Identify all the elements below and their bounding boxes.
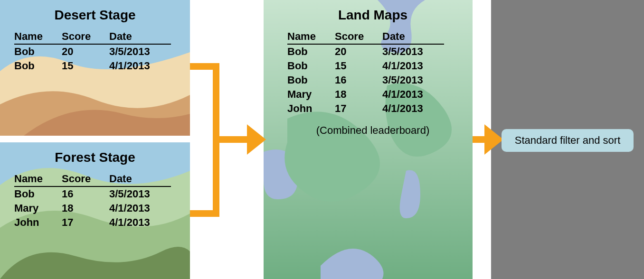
landmaps-th-name: Name [287,29,335,44]
filter-sort-badge: Standard filter and sort [502,129,634,152]
forest-th-date: Date [109,172,171,186]
cell-score: 17 [335,102,382,116]
cell-score: 15 [335,59,382,73]
cell-name: Bob [287,44,335,59]
cell-name: Bob [287,59,335,73]
cell-name: John [287,102,335,116]
cell-name: Bob [14,186,62,201]
cell-name: Bob [14,44,62,59]
cell-score: 17 [62,215,109,230]
table-row: John 17 4/1/2013 [14,215,171,230]
landmaps-title: Land Maps [287,8,458,23]
cell-score: 20 [335,44,382,59]
table-row: John 17 4/1/2013 [287,102,444,116]
cell-date: 3/5/2013 [382,73,444,87]
table-row: Bob 20 3/5/2013 [287,44,444,59]
cell-date: 3/5/2013 [382,44,444,59]
cell-name: Bob [287,73,335,87]
cell-name: Bob [14,59,62,73]
cell-date: 4/1/2013 [382,87,444,102]
cell-name: Mary [287,87,335,102]
cell-score: 16 [62,186,109,201]
forest-table: Name Score Date Bob 16 3/5/2013 Mary 18 … [14,172,171,230]
table-row: Mary 18 4/1/2013 [14,201,171,215]
forest-th-name: Name [14,172,62,186]
landmaps-th-date: Date [382,29,444,44]
table-row: Bob 15 4/1/2013 [14,59,171,73]
land-maps-panel: Land Maps Name Score Date Bob 20 3/5/201… [264,0,473,279]
table-row: Bob 15 4/1/2013 [287,59,444,73]
combined-note: (Combined leaderboard) [287,124,458,137]
cell-date: 4/1/2013 [109,59,171,73]
filter-sort-label: Standard filter and sort [515,134,621,147]
desert-title: Desert Stage [14,8,176,23]
table-row: Bob 16 3/5/2013 [14,186,171,201]
forest-title: Forest Stage [14,150,176,165]
cell-score: 16 [335,73,382,87]
desert-th-name: Name [14,29,62,44]
cell-date: 4/1/2013 [382,59,444,73]
cell-score: 20 [62,44,109,59]
table-row: Bob 20 3/5/2013 [14,44,171,59]
cell-name: John [14,215,62,230]
cell-date: 4/1/2013 [109,215,171,230]
table-row: Mary 18 4/1/2013 [287,87,444,102]
cell-score: 18 [62,201,109,215]
cell-score: 18 [335,87,382,102]
cell-date: 3/5/2013 [109,44,171,59]
landmaps-th-score: Score [335,29,382,44]
cell-date: 3/5/2013 [109,186,171,201]
desert-table: Name Score Date Bob 20 3/5/2013 Bob 15 4… [14,29,171,73]
forest-stage-panel: Forest Stage Name Score Date Bob 16 3/5/… [0,142,190,279]
desert-stage-panel: Desert Stage Name Score Date Bob 20 3/5/… [0,0,190,136]
cell-date: 4/1/2013 [109,201,171,215]
landmaps-table: Name Score Date Bob 20 3/5/2013 Bob 15 4… [287,29,444,116]
desert-th-score: Score [62,29,109,44]
desert-th-date: Date [109,29,171,44]
cell-score: 15 [62,59,109,73]
cell-name: Mary [14,201,62,215]
cell-date: 4/1/2013 [382,102,444,116]
forest-th-score: Score [62,172,109,186]
table-row: Bob 16 3/5/2013 [287,73,444,87]
